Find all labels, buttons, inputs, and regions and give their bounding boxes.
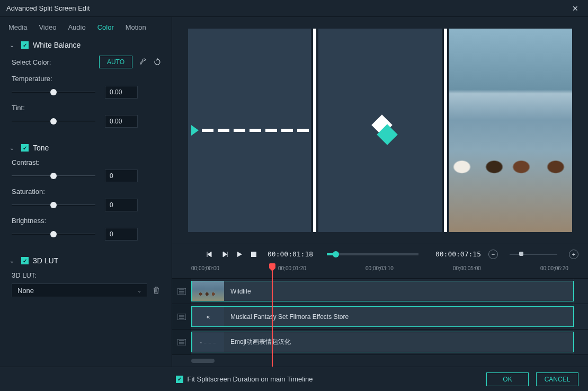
saturation-input[interactable] xyxy=(105,199,138,211)
tone-section: ⌄ Tone Contrast: Saturation: Brightne xyxy=(0,138,172,251)
lut-selected: None xyxy=(17,287,34,295)
clip-label: Wildlife xyxy=(230,288,251,295)
temperature-label: Temperature: xyxy=(12,75,160,83)
lut-checkbox[interactable] xyxy=(21,257,29,264)
cancel-button[interactable]: CANCEL xyxy=(536,372,578,386)
preview-pane-2[interactable] xyxy=(318,29,441,232)
chevron-down-icon[interactable]: ⌄ xyxy=(10,42,17,49)
timeline-ruler[interactable]: 00;00;00:00 00;00;01:20 00;00;03:10 00;0… xyxy=(172,264,588,279)
split-divider[interactable] xyxy=(313,29,316,232)
track-icon[interactable] xyxy=(172,279,191,304)
ruler-tick: 00;00;01:20 xyxy=(278,265,306,271)
playhead[interactable] xyxy=(272,264,273,367)
clip-label: Emoji动画表情包汉化 xyxy=(230,337,291,346)
preview-viewport xyxy=(172,17,588,244)
play-button[interactable] xyxy=(236,251,243,258)
track-row: Musical Fantasy Set Filmora Effects Stor… xyxy=(172,304,588,330)
close-icon[interactable]: ✕ xyxy=(569,3,582,14)
timeline-scrollbar[interactable] xyxy=(172,355,588,367)
footer: Fit Splitscreen Duration on main Timelin… xyxy=(0,367,588,391)
split-divider[interactable] xyxy=(444,29,447,232)
ok-button[interactable]: OK xyxy=(486,372,529,386)
tab-motion[interactable]: Motion xyxy=(126,23,146,31)
track-icon[interactable] xyxy=(172,304,191,329)
trash-icon[interactable] xyxy=(153,286,160,295)
chevron-down-icon[interactable]: ⌄ xyxy=(10,145,17,152)
ruler-tick: 00;00;03:10 xyxy=(366,265,394,271)
clip-thumbnail xyxy=(192,332,224,352)
chevron-down-icon[interactable]: ⌄ xyxy=(10,257,17,264)
lut-select[interactable]: None ⌄ xyxy=(12,283,147,297)
svg-rect-0 xyxy=(251,252,256,257)
zoom-out-button[interactable]: − xyxy=(488,250,498,259)
ruler-tick: 00;00;06:20 xyxy=(540,265,568,271)
reset-icon[interactable] xyxy=(153,57,162,67)
fit-duration-label: Fit Splitscreen Duration on main Timelin… xyxy=(188,375,313,383)
saturation-label: Saturation: xyxy=(12,188,160,196)
scrollbar-thumb[interactable] xyxy=(191,359,215,363)
next-frame-button[interactable] xyxy=(221,251,228,258)
clip-label: Musical Fantasy Set Filmora Effects Stor… xyxy=(230,313,349,321)
saturation-slider[interactable] xyxy=(12,201,95,209)
contrast-slider[interactable] xyxy=(12,172,95,180)
logo-placeholder xyxy=(364,114,396,146)
contrast-label: Contrast: xyxy=(12,158,160,166)
tone-title: Tone xyxy=(33,144,49,152)
track-row: Emoji动画表情包汉化 xyxy=(172,330,588,355)
clip-thumbnail xyxy=(192,307,224,326)
clip-thumbnail xyxy=(192,281,224,301)
current-time: 00:00:01:18 xyxy=(268,250,313,258)
titlebar: Advanced Split Screen Edit ✕ xyxy=(0,0,588,17)
select-color-label: Select Color: xyxy=(12,58,51,66)
progress-bar[interactable] xyxy=(327,253,418,255)
ruler-tick: 00;00;05:00 xyxy=(453,265,481,271)
clip[interactable]: Emoji动画表情包汉化 xyxy=(191,332,574,352)
preview-pane-1[interactable] xyxy=(188,29,311,232)
tab-color[interactable]: Color xyxy=(97,23,114,31)
ruler-tick: 00;00;00:00 xyxy=(191,265,219,271)
brightness-input[interactable] xyxy=(105,228,138,241)
tint-slider[interactable] xyxy=(12,117,95,126)
preview-area: 00:00:01:18 00:00:07:15 − + 00;00;00:00 … xyxy=(172,17,588,367)
track-row: Wildlife xyxy=(172,279,588,304)
stop-button[interactable] xyxy=(251,251,257,257)
prev-frame-button[interactable] xyxy=(206,251,213,258)
tab-audio[interactable]: Audio xyxy=(68,23,85,31)
brightness-slider[interactable] xyxy=(12,230,95,238)
timeline: 00;00;00:00 00;00;01:20 00;00;03:10 00;0… xyxy=(172,264,588,367)
transport-bar: 00:00:01:18 00:00:07:15 − + xyxy=(172,244,588,264)
white-balance-section: ⌄ White Balance Select Color: AUTO Tempe… xyxy=(0,35,172,138)
fit-duration-checkbox[interactable] xyxy=(176,376,183,383)
auto-button[interactable]: AUTO xyxy=(99,56,132,68)
eyedropper-icon[interactable] xyxy=(138,57,147,67)
total-time: 00:00:07:15 xyxy=(435,250,481,258)
white-balance-title: White Balance xyxy=(33,41,81,49)
tint-label: Tint: xyxy=(12,104,160,112)
lut-label: 3D LUT: xyxy=(10,271,162,279)
sidebar: Media Video Audio Color Motion ⌄ White B… xyxy=(0,17,172,367)
clip[interactable]: Musical Fantasy Set Filmora Effects Stor… xyxy=(191,306,574,327)
zoom-in-button[interactable]: + xyxy=(569,250,578,259)
white-balance-checkbox[interactable] xyxy=(21,41,29,49)
brightness-label: Brightness: xyxy=(12,217,160,225)
tab-video[interactable]: Video xyxy=(39,23,56,31)
temperature-input[interactable] xyxy=(105,86,138,99)
preview-pane-3[interactable] xyxy=(449,29,572,232)
lut-section: ⌄ 3D LUT 3D LUT: None ⌄ xyxy=(0,251,172,303)
tone-checkbox[interactable] xyxy=(21,144,29,152)
temperature-slider[interactable] xyxy=(12,88,95,96)
tab-bar: Media Video Audio Color Motion xyxy=(0,17,172,35)
zoom-slider[interactable] xyxy=(510,254,557,255)
chevron-down-icon: ⌄ xyxy=(137,288,141,294)
track-icon[interactable] xyxy=(172,330,191,354)
clip[interactable]: Wildlife xyxy=(191,281,574,301)
tab-media[interactable]: Media xyxy=(8,23,27,31)
tint-input[interactable] xyxy=(105,115,138,128)
contrast-input[interactable] xyxy=(105,170,138,182)
lut-title: 3D LUT xyxy=(33,256,58,265)
play-icon xyxy=(191,125,199,136)
window-title: Advanced Split Screen Edit xyxy=(6,4,90,12)
